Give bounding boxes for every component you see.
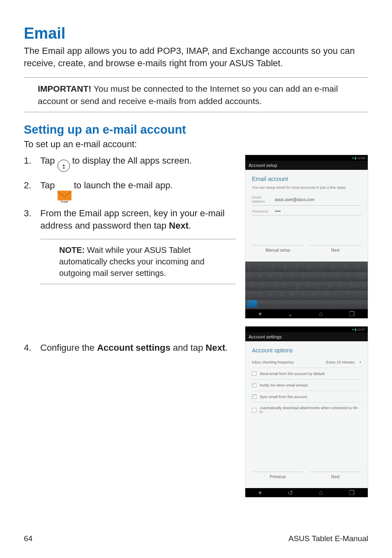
key-lang[interactable]: En <box>247 300 257 308</box>
password-label: Password <box>252 209 275 213</box>
key-c[interactable]: c <box>280 291 289 299</box>
checkbox-auto-download[interactable] <box>252 408 256 412</box>
key-d[interactable]: d <box>273 282 283 289</box>
key-m[interactable]: m <box>324 291 333 299</box>
next-button[interactable]: Next <box>309 245 361 255</box>
key-n[interactable]: n <box>313 291 322 299</box>
key-a[interactable]: a <box>251 282 261 289</box>
key-z[interactable]: z <box>258 291 267 299</box>
option-notify[interactable]: Notify me when email arrived. <box>252 380 361 391</box>
step-4: Configure the Account settings and tap N… <box>24 342 236 354</box>
status-left-icon: - <box>248 156 249 160</box>
footer-title: ASUS Tablet E-Manual <box>288 534 368 543</box>
previous-button[interactable]: Previous <box>252 472 304 482</box>
step-2: Tap Email to launch the e-mail app. <box>24 179 236 200</box>
step-1-text-a: Tap <box>40 155 58 166</box>
key-h[interactable]: h <box>306 282 316 289</box>
option-default-account-label: Send email from this account by default. <box>260 372 325 376</box>
key-comma[interactable]: , <box>334 300 343 308</box>
key-3[interactable]: 3 <box>271 263 281 271</box>
next-button-2[interactable]: Next <box>309 472 361 482</box>
key-l[interactable]: l <box>339 282 349 289</box>
key-backspace[interactable]: ⌫ <box>357 272 366 280</box>
page-footer: 64 ASUS Tablet E-Manual <box>24 534 368 543</box>
nav-hide-keyboard-icon[interactable]: ▾ <box>258 310 262 318</box>
key-5[interactable]: 5 <box>295 263 306 271</box>
email-app-icon: Email <box>58 189 71 200</box>
option-sync[interactable]: Sync email from this account. <box>252 391 361 403</box>
chevron-down-icon: ▾ <box>360 361 361 364</box>
key-r[interactable]: r <box>280 272 289 280</box>
checkbox-notify[interactable] <box>252 383 256 387</box>
key-q[interactable]: q <box>247 272 256 280</box>
key-i[interactable]: i <box>324 272 333 280</box>
option-auto-download[interactable]: Automatically download attachments when … <box>252 403 361 417</box>
key-x[interactable]: x <box>269 291 278 299</box>
key-o[interactable]: o <box>335 272 344 280</box>
key-v[interactable]: v <box>291 291 300 299</box>
option-sync-label: Sync email from this account. <box>260 395 308 399</box>
note-label: NOTE: <box>59 245 85 255</box>
nav-back-icon[interactable]: ⌄ <box>288 310 293 318</box>
important-callout: IMPORTANT! You must be connected to the … <box>24 77 368 112</box>
key-period[interactable]: . <box>345 300 354 308</box>
key-s[interactable]: s <box>262 282 272 289</box>
manual-setup-button[interactable]: Manual setup <box>252 245 304 255</box>
step-4-text-e: . <box>225 343 228 353</box>
lead-text: To set up an e-mail account: <box>24 139 368 150</box>
key-2[interactable]: 2 <box>259 263 269 271</box>
virtual-keyboard[interactable]: 1 2 3 4 5 6 7 8 9 0 q w e <box>245 262 368 309</box>
key-p[interactable]: p <box>346 272 355 280</box>
inbox-frequency-value: Every 15 minutes <box>326 360 355 364</box>
key-u[interactable]: u <box>313 272 322 280</box>
key-0[interactable]: 0 <box>356 263 366 271</box>
section-title: Email account <box>252 176 361 182</box>
key-question[interactable]: ? <box>346 291 355 299</box>
step-1-text-b: to display the All apps screen. <box>70 155 192 166</box>
status-time-2: 12:07 <box>357 328 365 331</box>
key-w[interactable]: w <box>258 272 267 280</box>
key-shift-left[interactable]: ⇧ <box>247 291 256 299</box>
key-space[interactable]: ⎵ <box>275 300 332 308</box>
key-e[interactable]: e <box>269 272 278 280</box>
step-4-text-c: and tap <box>171 343 206 353</box>
nav-back-icon-2[interactable]: ↺ <box>288 489 293 497</box>
key-b[interactable]: b <box>302 291 311 299</box>
password-field[interactable]: •••• <box>275 209 361 213</box>
key-shift-right[interactable]: ⇧ <box>357 291 366 299</box>
key-exclaim[interactable]: ! <box>335 291 344 299</box>
email-field-row[interactable]: Email address asus.user@asus.com <box>252 194 361 206</box>
email-field[interactable]: asus.user@asus.com <box>275 197 361 202</box>
checkbox-sync[interactable] <box>252 394 256 399</box>
key-1[interactable]: 1 <box>247 263 257 271</box>
screenshot-account-setup: - ▾ ▮ 12:05 Account setup Email account … <box>245 155 368 319</box>
nav-recent-icon-2[interactable]: ❐ <box>349 489 355 497</box>
key-9[interactable]: 9 <box>344 263 354 271</box>
key-j[interactable]: j <box>317 282 327 289</box>
email-icon-caption: Email <box>57 200 72 204</box>
key-f[interactable]: f <box>284 282 294 289</box>
key-8[interactable]: 8 <box>332 263 342 271</box>
password-field-row[interactable]: Password •••• <box>252 207 361 215</box>
step-4-next: Next <box>205 343 225 353</box>
key-k[interactable]: k <box>328 282 338 289</box>
key-4[interactable]: 4 <box>283 263 293 271</box>
inbox-frequency-row[interactable]: Inbox checking frequency Every 15 minute… <box>252 357 361 368</box>
nav-recent-icon[interactable]: ❐ <box>349 310 355 318</box>
key-y[interactable]: y <box>302 272 311 280</box>
hint-text: You can setup email for most accounts in… <box>252 185 361 190</box>
nav-home-icon-2[interactable]: ⌂ <box>319 489 323 496</box>
key-7[interactable]: 7 <box>319 263 330 271</box>
key-done[interactable]: Done <box>350 282 366 289</box>
checkbox-default-account[interactable] <box>252 371 256 376</box>
key-6[interactable]: 6 <box>307 263 318 271</box>
nav-hide-keyboard-icon-2[interactable]: ▾ <box>258 489 262 497</box>
key-t[interactable]: t <box>291 272 300 280</box>
key-g[interactable]: g <box>295 282 304 289</box>
option-default-account[interactable]: Send email from this account by default. <box>252 368 361 380</box>
manual-page: Email The Email app allows you to add PO… <box>0 0 392 558</box>
key-emoji[interactable]: :-) <box>355 300 366 308</box>
nav-home-icon[interactable]: ⌂ <box>319 310 323 317</box>
key-symbols[interactable]: 1@# <box>258 300 273 308</box>
option-auto-download-label: Automatically download attachments when … <box>260 406 361 414</box>
